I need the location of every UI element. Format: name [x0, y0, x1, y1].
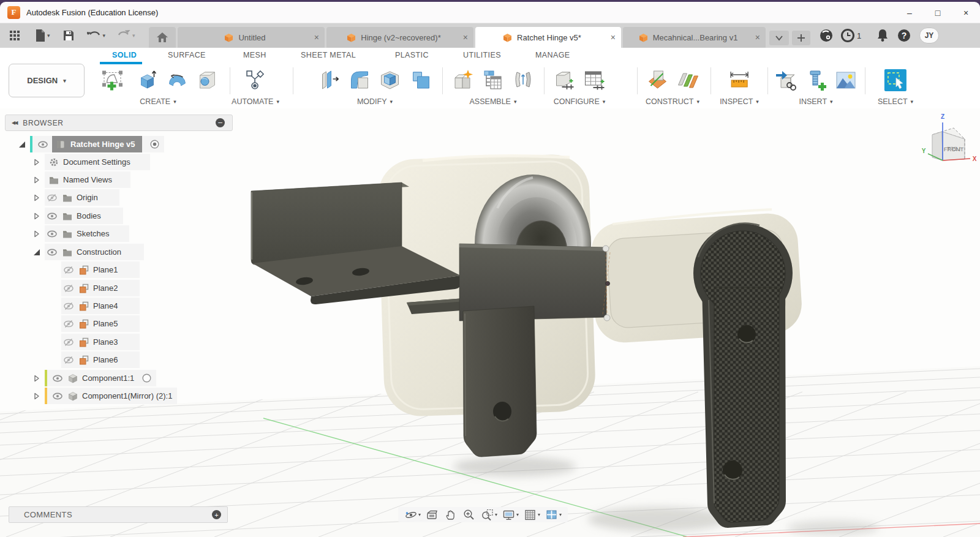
tree-row-sketches[interactable]: Sketches: [32, 225, 129, 242]
model-left-arm[interactable]: [463, 306, 537, 457]
tab-mechanical-bearing[interactable]: Mecahnical...Bearing v1 ×: [623, 27, 766, 48]
expand-arrow-icon[interactable]: [32, 391, 42, 401]
group-label-select[interactable]: SELECT▾: [878, 97, 913, 106]
viewcube[interactable]: LEFT FRONT Z X Y: [894, 110, 980, 184]
tree-row-construction[interactable]: Construction: [32, 244, 144, 260]
eye-off-icon[interactable]: [47, 193, 57, 203]
tab-surface[interactable]: SURFACE: [168, 51, 206, 59]
new-component-button[interactable]: [450, 64, 476, 96]
help-button[interactable]: ?: [897, 28, 911, 43]
save-button[interactable]: [60, 26, 77, 45]
undo-button[interactable]: ▾: [85, 26, 108, 45]
tree-row-document-settings[interactable]: Document Settings: [32, 154, 150, 170]
fillet-button[interactable]: [347, 64, 373, 96]
collapse-panel-icon[interactable]: ◀◀: [12, 120, 17, 126]
tab-close-icon[interactable]: ×: [463, 32, 468, 42]
expanded-icon[interactable]: [32, 247, 42, 257]
tab-ratchet-hinge[interactable]: Ratchet Hinge v5* ×: [475, 27, 621, 48]
grid-snap-button[interactable]: ▾: [522, 508, 541, 522]
group-label-inspect[interactable]: INSPECT▾: [720, 97, 759, 106]
expanded-icon[interactable]: [17, 140, 27, 149]
tab-sheet-metal[interactable]: SHEET METAL: [301, 51, 356, 59]
minimize-button[interactable]: –: [895, 2, 924, 23]
tree-row-plane5[interactable]: Plane5: [61, 315, 140, 332]
measure-button[interactable]: [726, 64, 752, 96]
tab-untitled[interactable]: Untitled ×: [178, 27, 325, 48]
eye-off-icon[interactable]: [64, 284, 74, 293]
tree-row-plane2[interactable]: Plane2: [61, 280, 140, 296]
combine-button[interactable]: [407, 64, 433, 96]
tree-row-plane3[interactable]: Plane3: [61, 334, 140, 350]
tab-utilities[interactable]: UTILITIES: [463, 51, 501, 59]
notifications-button[interactable]: [876, 28, 889, 43]
eye-off-icon[interactable]: [64, 301, 74, 311]
comments-bar[interactable]: COMMENTS +: [9, 506, 228, 523]
eye-icon[interactable]: [47, 247, 57, 257]
model-right-paddle[interactable]: [693, 223, 793, 528]
job-status-button[interactable]: 1: [840, 28, 861, 43]
automate-button[interactable]: [243, 64, 268, 96]
joint-button[interactable]: [480, 64, 506, 96]
eye-icon[interactable]: [38, 140, 48, 149]
tab-plastic[interactable]: PLASTIC: [395, 51, 429, 59]
pan-button[interactable]: [443, 508, 459, 522]
new-tab-button[interactable]: [792, 31, 810, 45]
select-button[interactable]: [883, 64, 908, 96]
tree-row-plane6[interactable]: Plane6: [61, 351, 140, 368]
press-pull-button[interactable]: [317, 64, 343, 96]
workspace-selector[interactable]: DESIGN ▾: [9, 64, 85, 97]
viewports-button[interactable]: ▾: [544, 508, 563, 522]
hole-button[interactable]: [195, 64, 221, 96]
create-sketch-button[interactable]: [96, 64, 130, 96]
look-at-button[interactable]: [424, 508, 440, 522]
eye-off-icon[interactable]: [64, 319, 74, 329]
extensions-button[interactable]: [819, 28, 834, 43]
tab-hinge-recovered[interactable]: Hinge (v2~recovered)* ×: [326, 27, 473, 48]
tree-row-component1-mirror[interactable]: Component1(Mirror) (2):1: [32, 388, 177, 404]
expand-arrow-icon[interactable]: [32, 211, 42, 221]
app-grid-button[interactable]: [6, 26, 23, 45]
canvas-button[interactable]: [833, 64, 859, 96]
zoom-window-button[interactable]: ▾: [480, 508, 499, 522]
eye-off-icon[interactable]: [64, 355, 74, 365]
configuration-table-button[interactable]: [582, 64, 608, 96]
tree-row-plane1[interactable]: Plane1: [61, 261, 140, 278]
group-label-insert[interactable]: INSERT▾: [799, 97, 832, 106]
tab-manage[interactable]: MANAGE: [535, 51, 570, 59]
eye-icon[interactable]: [47, 211, 57, 221]
revolve-button[interactable]: [165, 64, 190, 96]
insert-derive-button[interactable]: [773, 64, 799, 96]
tab-solid[interactable]: SOLID: [112, 51, 137, 59]
group-label-modify[interactable]: MODIFY▾: [357, 97, 393, 106]
tree-row-origin[interactable]: Origin: [32, 189, 119, 206]
construct-plane-button[interactable]: [645, 64, 671, 96]
selected-root-item[interactable]: Ratchet Hinge v5: [52, 136, 142, 152]
eye-off-icon[interactable]: [64, 265, 74, 275]
tree-row-component1[interactable]: Component1:1: [32, 370, 156, 386]
shell-button[interactable]: [377, 64, 403, 96]
insert-fastener-button[interactable]: [803, 64, 829, 96]
eye-icon[interactable]: [53, 391, 62, 401]
extrude-button[interactable]: [135, 64, 160, 96]
add-comment-button[interactable]: +: [212, 510, 221, 519]
tab-close-icon[interactable]: ×: [611, 32, 616, 42]
eye-icon[interactable]: [53, 374, 62, 383]
offset-plane-button[interactable]: [675, 64, 701, 96]
configuration-button[interactable]: [552, 64, 578, 96]
display-settings-button[interactable]: ▾: [501, 508, 520, 522]
expand-arrow-icon[interactable]: [32, 374, 42, 383]
group-label-configure[interactable]: CONFIGURE▾: [554, 97, 606, 106]
group-label-create[interactable]: CREATE▾: [140, 97, 176, 106]
model-front-plate[interactable]: [459, 244, 610, 321]
activate-component-radio[interactable]: [142, 374, 151, 383]
joint-origin-button[interactable]: [510, 64, 536, 96]
orbit-button[interactable]: ▾: [403, 508, 422, 522]
close-button[interactable]: ×: [952, 2, 980, 23]
tab-close-icon[interactable]: ×: [314, 32, 319, 42]
tree-row-root[interactable]: Ratchet Hinge v5: [17, 136, 164, 152]
eye-icon[interactable]: [47, 229, 57, 239]
tree-row-bodies[interactable]: Bodies: [32, 208, 123, 224]
active-component-radio[interactable]: [150, 140, 159, 149]
tab-mesh[interactable]: MESH: [243, 51, 266, 59]
file-menu-button[interactable]: ▾: [32, 26, 53, 45]
